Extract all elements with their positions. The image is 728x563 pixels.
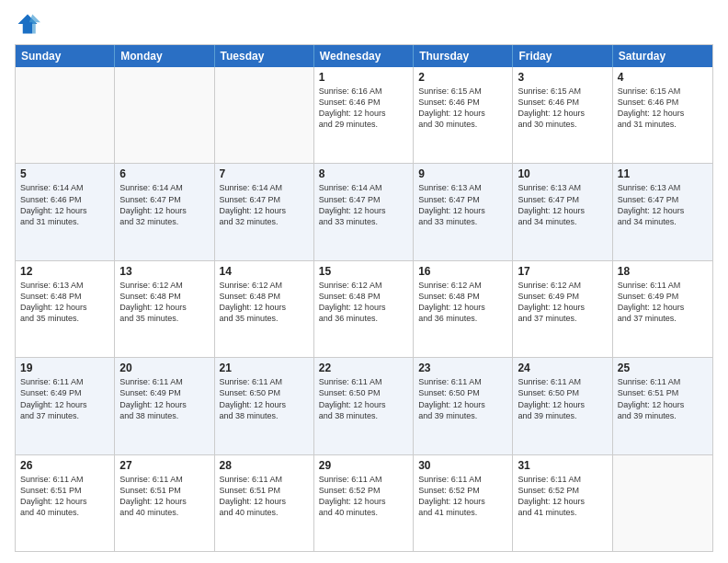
day-info: Sunrise: 6:11 AM Sunset: 6:49 PM Dayligh… [618,280,708,325]
day-number: 2 [418,71,507,84]
day-number: 1 [319,71,408,84]
calendar-cell-r2-c0: 12Sunrise: 6:13 AM Sunset: 6:48 PM Dayli… [16,261,115,357]
day-info: Sunrise: 6:11 AM Sunset: 6:52 PM Dayligh… [418,474,507,519]
weekday-header-sunday: Sunday [16,45,115,67]
day-number: 8 [319,167,408,180]
day-number: 7 [220,167,309,180]
calendar-cell-r4-c2: 28Sunrise: 6:11 AM Sunset: 6:51 PM Dayli… [215,455,314,551]
day-info: Sunrise: 6:13 AM Sunset: 6:48 PM Dayligh… [20,280,109,325]
calendar-cell-r4-c0: 26Sunrise: 6:11 AM Sunset: 6:51 PM Dayli… [16,455,115,551]
day-number: 5 [20,167,109,180]
calendar-cell-r3-c5: 24Sunrise: 6:11 AM Sunset: 6:50 PM Dayli… [513,358,612,454]
day-info: Sunrise: 6:12 AM Sunset: 6:48 PM Dayligh… [119,280,209,325]
day-number: 13 [119,265,209,278]
day-number: 16 [418,265,507,278]
day-info: Sunrise: 6:11 AM Sunset: 6:52 PM Dayligh… [518,474,607,519]
day-info: Sunrise: 6:12 AM Sunset: 6:49 PM Dayligh… [518,280,607,325]
header [15,11,713,37]
calendar-row-4: 26Sunrise: 6:11 AM Sunset: 6:51 PM Dayli… [16,454,712,551]
day-number: 27 [119,459,209,472]
day-info: Sunrise: 6:14 AM Sunset: 6:47 PM Dayligh… [220,182,309,227]
calendar-cell-r4-c3: 29Sunrise: 6:11 AM Sunset: 6:52 PM Dayli… [314,455,414,551]
calendar-cell-r3-c3: 22Sunrise: 6:11 AM Sunset: 6:50 PM Dayli… [314,358,414,454]
weekday-header-wednesday: Wednesday [314,45,414,67]
calendar-cell-r0-c6: 4Sunrise: 6:15 AM Sunset: 6:46 PM Daylig… [613,67,712,163]
day-number: 11 [618,167,708,180]
weekday-header-saturday: Saturday [613,45,712,67]
calendar-cell-r0-c5: 3Sunrise: 6:15 AM Sunset: 6:46 PM Daylig… [513,67,612,163]
calendar-cell-r3-c6: 25Sunrise: 6:11 AM Sunset: 6:51 PM Dayli… [613,358,712,454]
calendar-cell-r4-c4: 30Sunrise: 6:11 AM Sunset: 6:52 PM Dayli… [414,455,513,551]
weekday-header-monday: Monday [115,45,214,67]
calendar-cell-r4-c1: 27Sunrise: 6:11 AM Sunset: 6:51 PM Dayli… [115,455,214,551]
calendar-cell-r1-c5: 10Sunrise: 6:13 AM Sunset: 6:47 PM Dayli… [513,164,612,259]
calendar-row-1: 5Sunrise: 6:14 AM Sunset: 6:46 PM Daylig… [16,163,712,259]
calendar-row-0: 1Sunrise: 6:16 AM Sunset: 6:46 PM Daylig… [16,67,712,163]
calendar-cell-r3-c2: 21Sunrise: 6:11 AM Sunset: 6:50 PM Dayli… [215,358,314,454]
day-number: 9 [418,167,507,180]
day-number: 14 [220,265,309,278]
day-number: 25 [618,362,708,374]
day-number: 30 [418,459,507,472]
calendar-cell-r1-c4: 9Sunrise: 6:13 AM Sunset: 6:47 PM Daylig… [414,164,513,259]
calendar-cell-r0-c3: 1Sunrise: 6:16 AM Sunset: 6:46 PM Daylig… [314,67,414,163]
calendar-cell-r4-c6 [613,455,712,551]
day-info: Sunrise: 6:11 AM Sunset: 6:51 PM Dayligh… [119,474,209,519]
day-info: Sunrise: 6:14 AM Sunset: 6:46 PM Dayligh… [20,182,109,227]
day-number: 6 [119,167,209,180]
calendar-cell-r2-c6: 18Sunrise: 6:11 AM Sunset: 6:49 PM Dayli… [613,261,712,357]
day-number: 4 [618,71,708,84]
day-info: Sunrise: 6:15 AM Sunset: 6:46 PM Dayligh… [618,86,708,131]
calendar-cell-r3-c0: 19Sunrise: 6:11 AM Sunset: 6:49 PM Dayli… [16,358,115,454]
day-info: Sunrise: 6:14 AM Sunset: 6:47 PM Dayligh… [119,182,209,227]
day-info: Sunrise: 6:12 AM Sunset: 6:48 PM Dayligh… [220,280,309,325]
day-info: Sunrise: 6:11 AM Sunset: 6:51 PM Dayligh… [20,474,109,519]
calendar-cell-r1-c0: 5Sunrise: 6:14 AM Sunset: 6:46 PM Daylig… [16,164,115,259]
day-info: Sunrise: 6:15 AM Sunset: 6:46 PM Dayligh… [518,86,607,131]
calendar-cell-r2-c1: 13Sunrise: 6:12 AM Sunset: 6:48 PM Dayli… [115,261,214,357]
day-number: 10 [518,167,607,180]
day-info: Sunrise: 6:11 AM Sunset: 6:49 PM Dayligh… [20,376,109,421]
day-number: 20 [119,362,209,374]
calendar-cell-r3-c1: 20Sunrise: 6:11 AM Sunset: 6:49 PM Dayli… [115,358,214,454]
calendar-cell-r3-c4: 23Sunrise: 6:11 AM Sunset: 6:50 PM Dayli… [414,358,513,454]
day-number: 21 [220,362,309,374]
calendar-body: 1Sunrise: 6:16 AM Sunset: 6:46 PM Daylig… [16,67,712,551]
day-info: Sunrise: 6:14 AM Sunset: 6:47 PM Dayligh… [319,182,408,227]
calendar-cell-r0-c2 [215,67,314,163]
day-number: 15 [319,265,408,278]
day-info: Sunrise: 6:15 AM Sunset: 6:46 PM Dayligh… [418,86,507,131]
day-info: Sunrise: 6:13 AM Sunset: 6:47 PM Dayligh… [418,182,507,227]
calendar-cell-r0-c0 [16,67,115,163]
logo [15,11,44,37]
day-number: 31 [518,459,607,472]
day-info: Sunrise: 6:11 AM Sunset: 6:51 PM Dayligh… [618,376,708,421]
calendar-cell-r0-c1 [115,67,214,163]
calendar-row-3: 19Sunrise: 6:11 AM Sunset: 6:49 PM Dayli… [16,357,712,454]
day-number: 26 [20,459,109,472]
day-info: Sunrise: 6:11 AM Sunset: 6:50 PM Dayligh… [220,376,309,421]
day-info: Sunrise: 6:11 AM Sunset: 6:51 PM Dayligh… [220,474,309,519]
calendar-cell-r2-c2: 14Sunrise: 6:12 AM Sunset: 6:48 PM Dayli… [215,261,314,357]
day-info: Sunrise: 6:11 AM Sunset: 6:50 PM Dayligh… [518,376,607,421]
calendar: SundayMondayTuesdayWednesdayThursdayFrid… [15,44,713,552]
calendar-cell-r2-c5: 17Sunrise: 6:12 AM Sunset: 6:49 PM Dayli… [513,261,612,357]
day-number: 23 [418,362,507,374]
day-number: 22 [319,362,408,374]
day-number: 17 [518,265,607,278]
logo-icon [15,11,40,37]
day-info: Sunrise: 6:13 AM Sunset: 6:47 PM Dayligh… [518,182,607,227]
day-number: 18 [618,265,708,278]
day-number: 12 [20,265,109,278]
day-number: 19 [20,362,109,374]
calendar-cell-r1-c6: 11Sunrise: 6:13 AM Sunset: 6:47 PM Dayli… [613,164,712,259]
day-info: Sunrise: 6:11 AM Sunset: 6:50 PM Dayligh… [319,376,408,421]
weekday-header-friday: Friday [513,45,612,67]
day-info: Sunrise: 6:11 AM Sunset: 6:49 PM Dayligh… [119,376,209,421]
calendar-cell-r2-c4: 16Sunrise: 6:12 AM Sunset: 6:48 PM Dayli… [414,261,513,357]
calendar-cell-r1-c2: 7Sunrise: 6:14 AM Sunset: 6:47 PM Daylig… [215,164,314,259]
calendar-header: SundayMondayTuesdayWednesdayThursdayFrid… [16,45,712,67]
day-info: Sunrise: 6:13 AM Sunset: 6:47 PM Dayligh… [618,182,708,227]
day-number: 24 [518,362,607,374]
calendar-cell-r1-c1: 6Sunrise: 6:14 AM Sunset: 6:47 PM Daylig… [115,164,214,259]
